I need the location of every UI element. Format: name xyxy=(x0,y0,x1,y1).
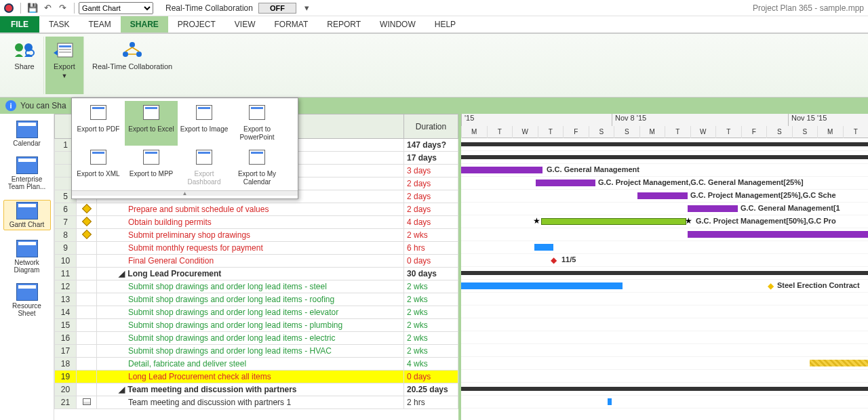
gantt-bar[interactable] xyxy=(688,205,738,212)
gantt-row[interactable] xyxy=(461,293,868,306)
gantt-row[interactable] xyxy=(461,318,868,331)
gantt-bar[interactable] xyxy=(810,360,868,366)
gantt-bar[interactable] xyxy=(461,282,623,289)
export-option[interactable]: Export to Excel xyxy=(125,101,178,146)
task-row[interactable]: 9Submit monthly requests for payment6 hr… xyxy=(55,242,458,255)
cell-id[interactable]: 6 xyxy=(55,203,77,216)
cell-duration[interactable]: 2 days xyxy=(404,177,458,190)
customize-qat-icon[interactable]: ▾ xyxy=(302,3,313,14)
cell-duration[interactable]: 2 wks xyxy=(404,280,458,293)
cell-duration[interactable]: 30 days xyxy=(404,268,458,280)
cell-name[interactable]: Submit shop drawings and order long lead… xyxy=(97,319,404,332)
milestone-icon[interactable] xyxy=(551,257,557,264)
view-selector[interactable]: Gantt Chart xyxy=(79,2,153,14)
gantt-row[interactable]: G.C. Project Management,G.C. General Man… xyxy=(461,177,868,190)
dropdown-collapse[interactable]: ▲ xyxy=(72,190,298,196)
cell-name[interactable]: Team meeting and discussion with partner… xyxy=(97,396,404,409)
gantt-bar[interactable] xyxy=(461,387,868,391)
cell-id[interactable]: 16 xyxy=(55,332,77,345)
gantt-bar[interactable] xyxy=(461,155,868,159)
cell-id[interactable]: 21 xyxy=(55,396,77,409)
task-row[interactable]: 17Submit shop drawings and order long le… xyxy=(55,345,458,358)
gantt-bar[interactable] xyxy=(461,142,868,146)
cell-duration[interactable]: 0 days xyxy=(404,255,458,268)
milestone-icon[interactable] xyxy=(768,283,774,290)
tab-view[interactable]: VIEW xyxy=(225,16,265,33)
cell-name[interactable]: Submit preliminary shop drawings xyxy=(97,229,404,242)
export-button[interactable]: Export ▼ xyxy=(45,37,84,94)
tab-project[interactable]: PROJECT xyxy=(168,16,225,33)
export-option[interactable]: Export to PowerPoint xyxy=(231,101,283,146)
cell-duration[interactable]: 2 days xyxy=(404,190,458,203)
gantt-row[interactable]: 11/5 xyxy=(461,254,868,267)
task-row[interactable]: 6Prepare and submit schedule of values2 … xyxy=(55,203,458,216)
milestone-icon[interactable] xyxy=(534,219,541,226)
cell-id[interactable]: 7 xyxy=(55,216,77,229)
view-gantt-chart[interactable]: Gantt Chart xyxy=(3,200,51,230)
tab-format[interactable]: FORMAT xyxy=(265,16,318,33)
view-network-diagram[interactable]: Network Diagram xyxy=(3,240,51,274)
gantt-row[interactable] xyxy=(461,344,868,357)
gantt-body[interactable]: G.C. General ManagementG.C. Project Mana… xyxy=(461,138,868,408)
tab-report[interactable]: REPORT xyxy=(317,16,370,33)
gantt-row[interactable] xyxy=(461,357,868,370)
task-row[interactable]: 16Submit shop drawings and order long le… xyxy=(55,332,458,345)
cell-duration[interactable]: 0 days xyxy=(404,371,458,383)
cell-name[interactable]: Final General Condition xyxy=(97,255,404,268)
gantt-row[interactable] xyxy=(461,151,868,164)
export-option[interactable]: Export to My Calendar xyxy=(231,146,283,190)
export-option[interactable]: Export to PDF xyxy=(72,101,125,146)
collapse-icon[interactable]: ◢ xyxy=(119,269,125,278)
task-row[interactable]: 21Team meeting and discussion with partn… xyxy=(55,396,458,409)
tab-team[interactable]: TEAM xyxy=(79,16,120,33)
cell-name[interactable]: Submit shop drawings and order long lead… xyxy=(97,306,404,319)
task-row[interactable]: 12Submit shop drawings and order long le… xyxy=(55,280,458,293)
export-option[interactable]: Export to MPP xyxy=(125,146,178,190)
task-row[interactable]: 13Submit shop drawings and order long le… xyxy=(55,293,458,306)
task-row[interactable]: 19Long Lead Procurement check all items0… xyxy=(55,371,458,383)
view-calendar[interactable]: Calendar xyxy=(3,121,51,147)
gantt-bar[interactable] xyxy=(637,192,688,199)
cell-name[interactable]: Submit shop drawings and order long lead… xyxy=(97,332,404,345)
cell-duration[interactable]: 4 wks xyxy=(404,358,458,371)
gantt-row[interactable] xyxy=(461,370,868,383)
gantt-row[interactable] xyxy=(461,306,868,318)
cell-name[interactable]: Submit monthly requests for payment xyxy=(97,242,404,255)
task-row[interactable]: 18Detail, fabricate and deliver steel4 w… xyxy=(55,358,458,371)
cell-duration[interactable]: 20.25 days xyxy=(404,383,458,396)
gantt-bar[interactable] xyxy=(461,167,542,173)
gantt-bar[interactable] xyxy=(534,244,553,251)
share-button[interactable]: Share xyxy=(5,37,44,94)
task-row[interactable]: 11◢ Long Lead Procurement30 days xyxy=(55,268,458,280)
gantt-row[interactable]: Steel Erection Contract xyxy=(461,280,868,293)
gantt-bar[interactable] xyxy=(608,398,612,405)
cell-id[interactable]: 11 xyxy=(55,268,77,280)
tab-window[interactable]: WINDOW xyxy=(370,16,425,33)
cell-id[interactable]: 13 xyxy=(55,293,77,306)
cell-name[interactable]: Submit shop drawings and order long lead… xyxy=(97,345,404,358)
gantt-row[interactable]: G.C. Project Management[50%],G.C Pro xyxy=(461,215,868,228)
task-row[interactable]: 8Submit preliminary shop drawings2 wks xyxy=(55,229,458,242)
cell-duration[interactable]: 147 days? xyxy=(404,139,458,152)
gantt-row[interactable] xyxy=(461,383,868,396)
cell-name[interactable]: Prepare and submit schedule of values xyxy=(97,203,404,216)
export-option[interactable]: Export to XML xyxy=(72,146,125,190)
gantt-bar[interactable] xyxy=(461,271,868,275)
gantt-row[interactable]: G.C. General Management xyxy=(461,164,868,177)
tab-task[interactable]: TASK xyxy=(39,16,79,33)
cell-duration[interactable]: 2 wks xyxy=(404,332,458,345)
cell-duration[interactable]: 4 days xyxy=(404,216,458,229)
tab-file[interactable]: FILE xyxy=(0,16,39,33)
cell-duration[interactable]: 17 days xyxy=(404,152,458,165)
save-icon[interactable]: 💾 xyxy=(27,3,38,14)
view-resource-sheet[interactable]: Resource Sheet xyxy=(3,283,51,317)
gantt-row[interactable]: G.C. Project Management[25%],G.C Sche xyxy=(461,190,868,203)
cell-id[interactable]: 9 xyxy=(55,242,77,255)
cell-name[interactable]: Submit shop drawings and order long lead… xyxy=(97,280,404,293)
cell-id[interactable]: 14 xyxy=(55,306,77,319)
cell-duration[interactable]: 2 wks xyxy=(404,345,458,358)
cell-duration[interactable]: 2 wks xyxy=(404,306,458,319)
cell-duration[interactable]: 3 days xyxy=(404,165,458,177)
cell-id[interactable]: 20 xyxy=(55,383,77,396)
cell-name[interactable]: Long Lead Procurement check all items xyxy=(97,371,404,383)
